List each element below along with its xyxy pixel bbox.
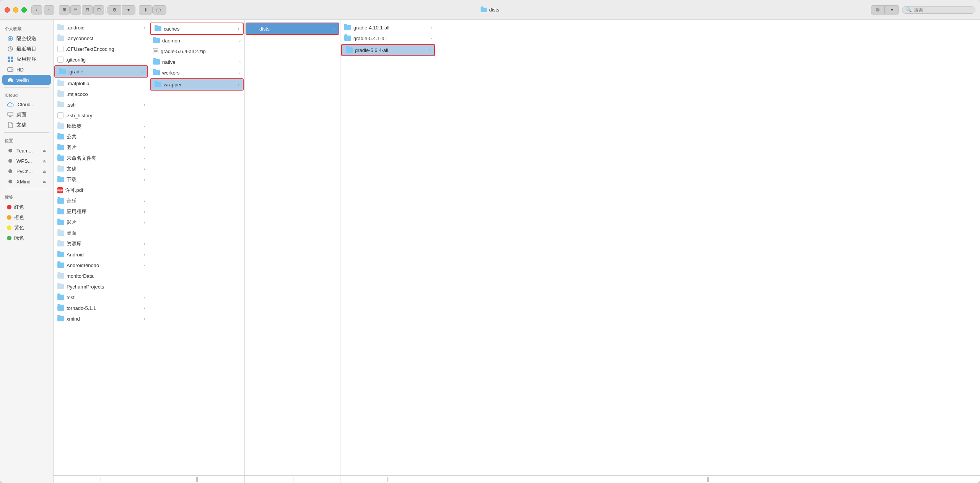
- file-item-gradle-zip[interactable]: ZIP gradle-5.6.4-all 2.zip: [149, 46, 244, 57]
- file-item-name: .gitconfig: [66, 57, 145, 63]
- file-item-android2[interactable]: Android ›: [54, 249, 149, 260]
- tag-button[interactable]: ⃝: [153, 5, 166, 15]
- folder-icon: [57, 177, 64, 182]
- sidebar-item-label-airdrop: 隔空投送: [16, 35, 36, 42]
- col-resize-5[interactable]: [436, 475, 980, 483]
- file-item-name: .gradle: [68, 69, 140, 75]
- sidebar-item-icloud-desktop[interactable]: 桌面: [2, 110, 51, 120]
- window-title-area: dists: [481, 7, 500, 13]
- file-item-mtjacoco[interactable]: .mtjacoco: [54, 89, 149, 99]
- sidebar-item-tag-yellow[interactable]: 黄色: [2, 223, 51, 233]
- sidebar-item-team[interactable]: Team... ⏏: [2, 146, 51, 156]
- sidebar-item-tag-red[interactable]: 红色: [2, 202, 51, 212]
- list-view-button[interactable]: ☰: [70, 5, 81, 15]
- registered-button[interactable]: ®: [871, 5, 885, 15]
- sidebar-item-label-tag-red: 红色: [14, 204, 24, 211]
- sidebar-item-airdrop[interactable]: 隔空投送: [2, 34, 51, 44]
- icon-view-button[interactable]: ⊞: [59, 5, 70, 15]
- file-item-pycharmprojects[interactable]: PycharmProjects: [54, 281, 149, 292]
- file-item-gradle[interactable]: .gradle ›: [55, 66, 147, 77]
- minimize-button[interactable]: [13, 7, 18, 13]
- sidebar-item-apps[interactable]: 应用程序: [2, 54, 51, 64]
- sidebar-item-tag-green[interactable]: 绿色: [2, 233, 51, 243]
- sidebar-item-icloud[interactable]: iCloud...: [2, 99, 51, 109]
- file-item-monitordata[interactable]: monitorData: [54, 271, 149, 281]
- arrow-icon: ›: [144, 295, 145, 300]
- search-box[interactable]: 🔍: [902, 6, 975, 14]
- file-item-anyconnect[interactable]: .anyconnect: [54, 33, 149, 44]
- file-item-trash[interactable]: 废纸篓 ›: [54, 121, 149, 131]
- arrow-icon: ›: [238, 27, 239, 31]
- sidebar-item-wps[interactable]: WPS... ⏏: [2, 156, 51, 166]
- file-item-music[interactable]: 音乐 ›: [54, 196, 149, 206]
- svg-rect-3: [8, 57, 10, 59]
- folder-icon: [57, 25, 64, 30]
- file-item-documents[interactable]: 文稿 ›: [54, 164, 149, 174]
- col-resize-2[interactable]: [149, 475, 244, 483]
- sidebar-item-pych[interactable]: PyCh... ⏏: [2, 166, 51, 176]
- file-item-library[interactable]: 资源库 ›: [54, 238, 149, 249]
- arrow-icon: ›: [144, 146, 145, 150]
- folder-icon: [57, 263, 64, 268]
- file-item-gradle-4[interactable]: gradle-4.10.1-all ›: [340, 22, 436, 33]
- file-item-matplotlib[interactable]: .matplotlib: [54, 78, 149, 89]
- file-item-androidpindao[interactable]: AndroidPindao ›: [54, 260, 149, 271]
- col-resize-3[interactable]: [245, 475, 340, 483]
- sidebar-item-recents[interactable]: 最近项目: [2, 44, 51, 54]
- file-item-pictures[interactable]: 图片 ›: [54, 142, 149, 153]
- file-item-downloads[interactable]: 下载 ›: [54, 174, 149, 185]
- col-resize-1[interactable]: [54, 475, 149, 483]
- file-item-pdf[interactable]: PDF 许可.pdf: [54, 185, 149, 196]
- team-disk-icon: [7, 147, 14, 154]
- maximize-button[interactable]: [21, 7, 27, 13]
- file-item-applications[interactable]: 应用程序 ›: [54, 206, 149, 217]
- column-view-button[interactable]: ⊟: [82, 5, 93, 15]
- file-item-unnamed[interactable]: 未命名文件夹 ›: [54, 153, 149, 164]
- file-item-gradle-5-6[interactable]: gradle-5.6.4-all ›: [342, 45, 434, 55]
- file-item-android[interactable]: .android ›: [54, 22, 149, 33]
- sidebar-item-xmind[interactable]: XMind ⏏: [2, 177, 51, 186]
- nav-back-button[interactable]: ‹: [31, 5, 42, 15]
- file-item-name: 图片: [67, 144, 142, 151]
- file-item-xmind[interactable]: xmind ›: [54, 313, 149, 324]
- svg-point-12: [8, 159, 12, 163]
- file-item-public[interactable]: 公共 ›: [54, 131, 149, 142]
- file-item-workers[interactable]: workers ›: [149, 67, 244, 78]
- sidebar-item-icloud-docs[interactable]: 文稿: [2, 120, 51, 130]
- registered-dropdown[interactable]: ▾: [885, 5, 899, 15]
- file-item-native[interactable]: native ›: [149, 57, 244, 67]
- file-item-ssh[interactable]: .ssh ›: [54, 99, 149, 110]
- file-item-movies[interactable]: 影片 ›: [54, 217, 149, 228]
- file-item-caches[interactable]: caches ›: [151, 23, 243, 34]
- file-item-name: tornado-5.1.1: [67, 305, 142, 311]
- file-item-wrapper[interactable]: wrapper ›: [151, 79, 243, 90]
- file-item-name: .mtjacoco: [67, 91, 145, 97]
- sidebar-item-home[interactable]: weilin: [2, 75, 51, 85]
- file-item-gitconfig[interactable]: .gitconfig: [54, 54, 149, 65]
- search-input[interactable]: [914, 7, 971, 13]
- share-button[interactable]: ⬆: [139, 5, 153, 15]
- file-item-gradle-5-4[interactable]: gradle-5.4.1-all ›: [340, 33, 436, 44]
- file-item-name: xmind: [67, 316, 142, 322]
- file-item-desktop[interactable]: 桌面: [54, 228, 149, 238]
- sidebar-item-tag-orange[interactable]: 橙色: [2, 212, 51, 222]
- file-item-zsh-history[interactable]: .zsh_history: [54, 110, 149, 121]
- file-item-cfuser[interactable]: .CFUserTextEncoding: [54, 44, 149, 54]
- file-item-test[interactable]: test ›: [54, 292, 149, 303]
- arrange-button[interactable]: ⚙: [107, 5, 121, 15]
- gallery-view-button[interactable]: ⊡: [93, 5, 104, 15]
- file-item-daemon[interactable]: daemon ›: [149, 35, 244, 46]
- col-resize-4[interactable]: [340, 475, 436, 483]
- folder-icon: [57, 123, 64, 129]
- sidebar-item-hd[interactable]: HD: [2, 65, 51, 75]
- svg-rect-10: [9, 116, 11, 117]
- tag-green-dot: [7, 236, 11, 240]
- tag-orange-dot: [7, 215, 11, 220]
- file-item-tornado[interactable]: tornado-5.1.1 ›: [54, 303, 149, 313]
- arrange-dropdown-button[interactable]: ▾: [122, 5, 135, 15]
- close-button[interactable]: [5, 7, 10, 13]
- nav-forward-button[interactable]: ›: [44, 5, 54, 15]
- file-item-dists[interactable]: dists ›: [246, 23, 339, 34]
- arrow-icon: ›: [144, 135, 145, 139]
- toolbar-right: ® ▾ 🔍: [871, 5, 975, 15]
